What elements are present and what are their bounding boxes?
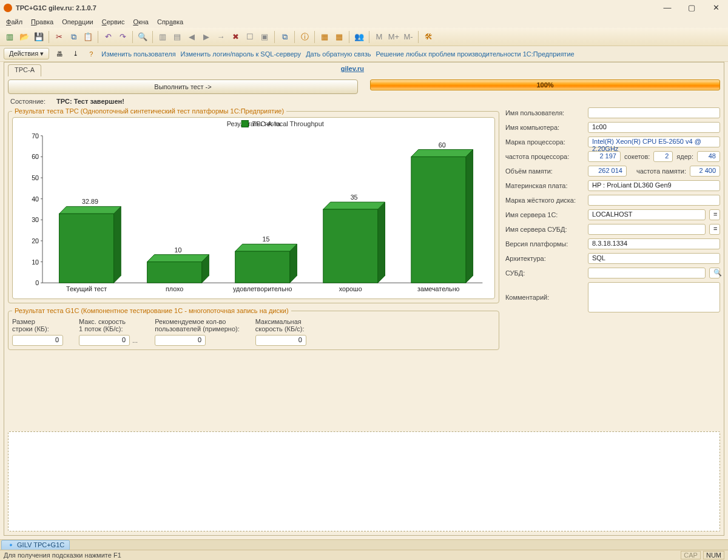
go-next-icon[interactable]: ▶ bbox=[200, 31, 212, 43]
srv1c-field[interactable]: LOCALHOST bbox=[588, 209, 706, 220]
cpu-freq-field: 2 197 bbox=[588, 151, 621, 162]
svg-text:хорошо: хорошо bbox=[339, 285, 362, 292]
mplus-icon[interactable]: M+ bbox=[388, 31, 400, 43]
print-icon[interactable]: 🖶 bbox=[54, 49, 65, 59]
close-button[interactable]: ✕ bbox=[704, 1, 728, 15]
arrow-right-icon[interactable]: → bbox=[215, 31, 227, 43]
hdd-field bbox=[588, 195, 720, 206]
g1c-col-2: Рекомендуемое кол-во пользователей (прим… bbox=[155, 318, 240, 346]
menu-operations[interactable]: Операции bbox=[58, 17, 96, 27]
find-icon[interactable]: 🔍 bbox=[136, 31, 149, 43]
g1c-value: 0 bbox=[79, 335, 130, 346]
save-icon[interactable]: 💾 bbox=[33, 31, 45, 43]
new-icon[interactable]: ▥ bbox=[4, 31, 16, 43]
maximize-button[interactable]: ▢ bbox=[679, 1, 704, 15]
window-title: TPC+G1C gilev.ru: 2.1.0.7 bbox=[16, 0, 96, 16]
menu-help[interactable]: Справка bbox=[153, 17, 187, 27]
g1c-value: 0 bbox=[12, 335, 63, 346]
tab-tpc-a[interactable]: TPC-A bbox=[8, 64, 41, 76]
cpu-label: Марка процессора: bbox=[505, 138, 584, 146]
calendar-icon[interactable]: ▦ bbox=[333, 31, 345, 43]
help-icon[interactable]: ⓘ bbox=[298, 31, 311, 43]
mminus-icon[interactable]: M- bbox=[402, 31, 414, 43]
g1c-legend: Результат теста G1C (Компонентное тестир… bbox=[12, 307, 291, 314]
statusbar-hint: Для получения подсказки нажмите F1 bbox=[4, 552, 121, 559]
users-icon[interactable]: 👥 bbox=[353, 31, 365, 43]
export-icon[interactable]: ⤓ bbox=[70, 49, 81, 59]
g1c-value: 0 bbox=[255, 335, 306, 346]
svg-marker-38 bbox=[466, 150, 473, 283]
copy2-icon[interactable]: ⧉ bbox=[278, 31, 291, 43]
user-label: Имя пользователя: bbox=[505, 109, 584, 116]
paste-icon[interactable]: 📋 bbox=[82, 31, 94, 43]
cut-icon[interactable]: ✂ bbox=[53, 31, 65, 43]
g1c-col-0: Размер строки (КБ):0 bbox=[12, 318, 63, 346]
status-value: TPC: Тест завершен! bbox=[56, 98, 124, 105]
statusbar: Для получения подсказки нажмите F1 CAP N… bbox=[0, 550, 728, 560]
svg-marker-19 bbox=[59, 206, 121, 214]
ram-field: 262 014 bbox=[588, 166, 627, 177]
disabled3-icon: ☐ bbox=[244, 31, 256, 43]
app-icon bbox=[4, 4, 12, 12]
status-label: Состояние: bbox=[10, 98, 46, 105]
ellipsis-button[interactable]: ... bbox=[131, 337, 139, 344]
svg-text:70: 70 bbox=[32, 132, 39, 140]
dbms-search-button[interactable]: 🔍 bbox=[709, 268, 720, 278]
srv1c-eq-button[interactable]: = bbox=[709, 209, 720, 220]
comment-field[interactable] bbox=[588, 282, 720, 312]
link-solutions[interactable]: Решение любых проблем производительности… bbox=[376, 50, 575, 58]
link-change-user[interactable]: Изменить пользователя bbox=[101, 50, 175, 58]
cpu-field: Intel(R) Xeon(R) CPU E5-2650 v4 @ 2.20GH… bbox=[588, 137, 720, 147]
dbms-field[interactable] bbox=[588, 268, 706, 278]
menu-file[interactable]: Файл bbox=[2, 17, 26, 27]
sockets-field: 2 bbox=[653, 151, 673, 162]
svg-text:50: 50 bbox=[32, 174, 39, 181]
undo-icon[interactable]: ↶ bbox=[102, 31, 114, 43]
redo-icon[interactable]: ↷ bbox=[116, 31, 129, 43]
svg-rect-20 bbox=[59, 214, 114, 283]
go-prev-icon[interactable]: ◀ bbox=[186, 31, 198, 43]
titlebar: TPC+G1C gilev.ru: 2.1.0.7 — ▢ ✕ bbox=[0, 0, 728, 16]
menu-service[interactable]: Сервис bbox=[98, 17, 129, 27]
host-field: 1c00 bbox=[588, 122, 720, 133]
copy-icon[interactable]: ⧉ bbox=[67, 31, 79, 43]
run-test-button[interactable]: Выполнить тест -> bbox=[8, 79, 358, 94]
sockets-label: сокетов: bbox=[624, 153, 650, 160]
delete-icon[interactable]: ✖ bbox=[229, 31, 241, 43]
g1c-header: Рекомендуемое кол-во пользователей (прим… bbox=[155, 318, 240, 334]
plat-field: 8.3.18.1334 bbox=[588, 238, 720, 249]
cores-label: ядер: bbox=[676, 153, 693, 160]
g1c-header: Максимальная скорость (КБ/с): bbox=[255, 318, 306, 334]
actions-bar: Действия ▾ 🖶 ⤓ ? Изменить пользователя И… bbox=[0, 46, 728, 62]
svg-text:0: 0 bbox=[35, 279, 39, 286]
help2-icon[interactable]: ? bbox=[86, 49, 96, 59]
output-panel bbox=[8, 431, 720, 531]
menu-windows[interactable]: Окна bbox=[129, 17, 152, 27]
taskbar: 🔹 GILV TPC+G1C bbox=[0, 539, 728, 550]
svg-text:замечательно: замечательно bbox=[417, 285, 460, 292]
g1c-header: Размер строки (КБ): bbox=[12, 318, 63, 334]
open-icon[interactable]: 📂 bbox=[18, 31, 30, 43]
ram-label: Объём памяти: bbox=[505, 167, 584, 175]
svg-rect-30 bbox=[235, 251, 290, 283]
disabled1-icon: ▥ bbox=[157, 31, 169, 43]
actions-dropdown[interactable]: Действия ▾ bbox=[4, 48, 49, 59]
calc-icon[interactable]: ▦ bbox=[318, 31, 331, 43]
link-change-login[interactable]: Изменить логин/пароль к SQL-серверу bbox=[181, 50, 302, 58]
site-link[interactable]: gilev.ru bbox=[341, 65, 364, 72]
g1c-value: 0 bbox=[155, 335, 206, 346]
main-toolbar: ▥ 📂 💾 ✂ ⧉ 📋 ↶ ↷ 🔍 ▥ ▤ ◀ ▶ → ✖ ☐ ▣ ⧉ ⓘ ▦ … bbox=[0, 28, 728, 46]
m-icon[interactable]: M bbox=[373, 31, 385, 43]
link-feedback[interactable]: Дать обратную связь bbox=[306, 50, 371, 58]
srvdb-field[interactable] bbox=[588, 224, 706, 235]
cpu-freq-label: частота процессора: bbox=[505, 153, 584, 160]
info-panel: Имя пользователя: Имя компьютера: 1c00 М… bbox=[505, 107, 720, 312]
menu-edit[interactable]: Правка bbox=[27, 17, 57, 27]
svg-rect-40 bbox=[411, 157, 466, 283]
minimize-button[interactable]: — bbox=[655, 1, 679, 15]
svg-marker-29 bbox=[235, 244, 297, 251]
settings-icon[interactable]: 🛠 bbox=[422, 31, 434, 43]
menubar: Файл Правка Операции Сервис Окна Справка bbox=[0, 16, 728, 28]
task-button[interactable]: 🔹 GILV TPC+G1C bbox=[1, 540, 70, 550]
srvdb-eq-button[interactable]: = bbox=[709, 224, 720, 235]
